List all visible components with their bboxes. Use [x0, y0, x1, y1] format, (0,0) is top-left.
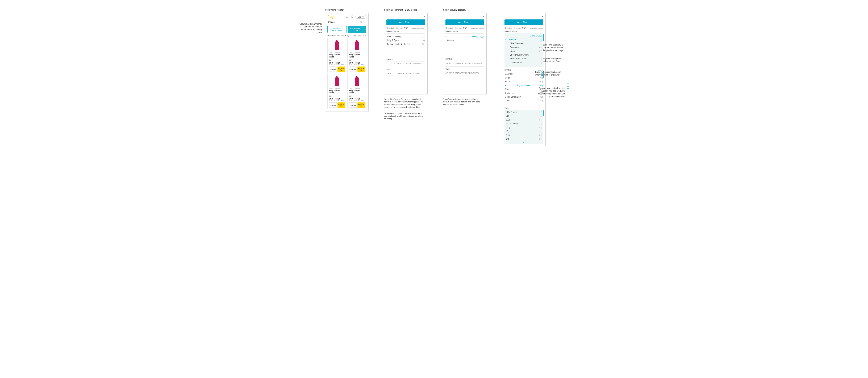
- size-row[interactable]: 112g 3 pack(22): [506, 110, 542, 114]
- clear-search-link[interactable]: CLEAR SEARCH: [412, 27, 425, 29]
- subcat-row[interactable]: Camemberts(23): [508, 61, 542, 64]
- apply-filters-button[interactable]: Apply filters›: [445, 20, 484, 25]
- product-card: ALWAYS FRESH BBQ Tomato sauce 2L $3.49 –…: [328, 74, 346, 109]
- product-price: $3.49 – $4.20: [329, 62, 345, 64]
- scrollbar-icon[interactable]: [544, 72, 544, 78]
- hint-checkbox: [567, 84, 569, 86]
- product-name: BBQ Tomato sauce: [329, 90, 345, 94]
- product-image: [329, 75, 345, 87]
- dept-row[interactable]: Dairy & Eggs(45): [386, 38, 425, 42]
- caption-clear: "clear" - only show once there is a filt…: [443, 98, 483, 106]
- subcat-row[interactable]: Blue Cheeses(22): [508, 41, 542, 45]
- checkbox-hints: [567, 82, 569, 89]
- compare-button[interactable]: Compare: [349, 66, 357, 72]
- product-price: $3.49 – $4.20: [349, 98, 365, 100]
- clear-input-icon[interactable]: ✕: [360, 21, 362, 24]
- product-size: 2L: [329, 95, 332, 97]
- category-cheeses-active[interactable]: ‹ Cheeses(222): [506, 38, 542, 41]
- size-row[interactable]: 14g 10 pieces(22): [506, 122, 542, 126]
- clear-search-link[interactable]: CLEAR SEARCH: [353, 35, 366, 36]
- screen2-title: Select a department - 'Dairy & eggs': [384, 9, 428, 11]
- close-icon[interactable]: ✕: [423, 15, 425, 18]
- size-scroll-block[interactable]: 112g 3 pack(22)11g(45)120g(51)14g 10 pie…: [504, 110, 544, 144]
- compare-button[interactable]: Compare: [329, 66, 337, 72]
- product-unit-price: $0.49 – $0.52 per 100ml: [349, 100, 365, 101]
- scrollbar-icon[interactable]: [544, 110, 544, 116]
- refine-search-button[interactable]: Refine search (235)›: [347, 26, 366, 33]
- brand-row[interactable]: Coles Smart Buy(45): [505, 95, 543, 99]
- dept-row[interactable]: Dietary, Health & Lifestyle(51): [386, 42, 425, 46]
- brand-row[interactable]: Coon(51): [505, 99, 543, 103]
- brand-row[interactable]: ▸Chrystal Fresh(22): [505, 84, 543, 87]
- add-to-list-button[interactable]: + Add to list: [338, 66, 345, 72]
- browse-all-button[interactable]: Browse all departments: [328, 26, 346, 33]
- brand-placeholder: SELECT A CATEGORY TO SHOW BRANDS: [386, 61, 425, 65]
- category-row-cheeses[interactable]: Cheeses(222): [445, 38, 484, 42]
- screen-results: frugl Log out ✕ Brow: [325, 13, 369, 112]
- chevron-right-icon: ›: [471, 21, 471, 24]
- dept-back-row[interactable]: Dairy & Eggs: [445, 35, 484, 38]
- svg-point-0: [346, 16, 346, 16]
- size-placeholder: SELECT A CATEGORY TO SHOW SIZES: [386, 71, 425, 75]
- department-scroll-block[interactable]: Dairy & Eggs ‹ Cheeses(222) Blue Cheeses…: [504, 33, 544, 67]
- add-to-list-button[interactable]: + Add to list: [358, 66, 365, 72]
- size-row[interactable]: 11g(45): [506, 114, 542, 118]
- screen-filter-departments: ✕ Apply filters› Results for 'cheese' (5…: [384, 13, 428, 94]
- chevron-right-icon: ›: [365, 28, 366, 30]
- screen3-title: Select a level 2 category: [443, 9, 487, 11]
- size-row[interactable]: 200g(34): [506, 133, 542, 137]
- hint-checkbox: [567, 87, 569, 89]
- size-row[interactable]: 120g(51): [506, 118, 542, 122]
- list-icon[interactable]: [346, 15, 349, 19]
- apply-label: Apply filters: [517, 21, 528, 24]
- search-icon[interactable]: [363, 21, 366, 24]
- svg-point-7: [364, 21, 365, 23]
- subcat-row[interactable]: Bries Triple Cream(22): [508, 57, 542, 61]
- compare-button[interactable]: Compare: [329, 102, 337, 108]
- add-to-list-button[interactable]: + Add to list: [338, 102, 345, 108]
- product-card: ALWAYS FRESH BBQ Tomato sauce 2L $3.49 –…: [347, 74, 366, 109]
- compare-button[interactable]: Compare: [349, 102, 357, 108]
- subcat-row[interactable]: Bries Double Cream(45): [508, 53, 542, 57]
- location-icon[interactable]: [350, 15, 353, 19]
- brand-header: BRAND: [386, 59, 425, 61]
- caption-apply: 'Apply filters' - save filters, close mo…: [384, 98, 424, 109]
- product-unit-price: $0.49 – $0.52 per 100ml: [329, 100, 345, 101]
- scrollbar-icon[interactable]: [544, 34, 544, 41]
- brand-row[interactable]: Bega(45): [505, 76, 543, 80]
- search-input[interactable]: [328, 20, 359, 24]
- product-size: 2L: [349, 59, 351, 61]
- size-row[interactable]: 24g(20): [506, 137, 542, 141]
- subcat-row[interactable]: Bocconcinies(45): [508, 45, 542, 49]
- dept-row[interactable]: Bread & Bakery(22): [386, 35, 425, 38]
- brand-row[interactable]: Bulla(51): [505, 80, 543, 84]
- add-to-list-button[interactable]: + Add to list: [358, 102, 365, 108]
- size-row[interactable]: 150g(45): [506, 126, 542, 129]
- subcat-row[interactable]: Bries(51): [508, 49, 542, 53]
- product-name: BBQ Tomato sauce: [349, 54, 365, 58]
- brand-header: BRAND: [445, 58, 484, 61]
- results-count: Results for 'cheese' (518): [328, 35, 349, 37]
- dept-back-row[interactable]: Dairy & Eggs: [506, 34, 542, 38]
- clear-search-link[interactable]: CLEAR SEARCH: [471, 27, 484, 29]
- show-more-sizes[interactable]: ⌄: [506, 141, 542, 143]
- show-more-brands[interactable]: ⌄: [505, 103, 543, 105]
- apply-filters-button[interactable]: Apply filters›: [386, 20, 425, 25]
- product-unit-price: $0.49 – $0.52 per 100ml: [329, 64, 345, 65]
- size-row[interactable]: 18g(51): [506, 129, 542, 133]
- product-brand: ALWAYS FRESH: [349, 88, 365, 89]
- product-card: ALWAYS FRESH BBQ Tomato sauce 2L $3.49 –…: [347, 38, 366, 73]
- logo: frugl: [328, 15, 334, 19]
- chevron-right-icon: ›: [412, 21, 412, 24]
- svg-line-8: [365, 22, 366, 23]
- size-header: SIZE: [504, 107, 544, 110]
- brand-row[interactable]: Coles(45): [505, 87, 543, 91]
- show-more-dept[interactable]: ⌄: [506, 64, 542, 67]
- brand-row[interactable]: Coles Deli(22): [505, 91, 543, 95]
- close-icon[interactable]: ✕: [482, 15, 484, 18]
- logout-button[interactable]: Log out: [355, 15, 366, 19]
- product-brand: ALWAYS FRESH: [349, 52, 365, 53]
- brand-row[interactable]: Babybel(22): [505, 72, 543, 76]
- product-card: ALWAYS FRESH BBQ Tomato sauce 2L $3.49 –…: [328, 38, 346, 73]
- product-image: [349, 39, 365, 51]
